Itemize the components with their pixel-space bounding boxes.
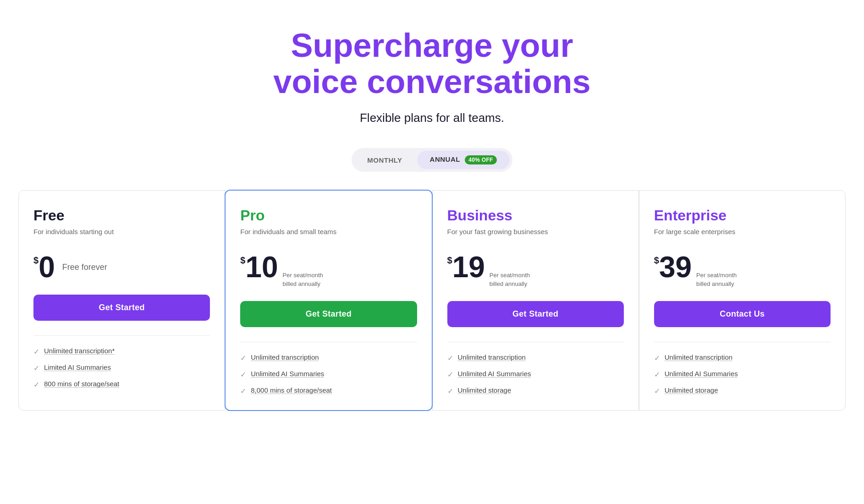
feature-list: ✓ Unlimited transcription ✓ Unlimited AI… (654, 353, 831, 395)
price-symbol: $ (33, 255, 39, 266)
check-icon: ✓ (33, 364, 39, 373)
check-icon: ✓ (654, 387, 660, 395)
toggle-annual[interactable]: ANNUAL 40% OFF (417, 151, 510, 169)
plan-name: Business (447, 207, 624, 224)
price-details: Per seat/month billed annually (696, 271, 747, 288)
features-divider (33, 335, 210, 336)
plan-card-free: Free For individuals starting out $ 0 Fr… (18, 190, 225, 410)
check-icon: ✓ (654, 354, 660, 362)
feature-item: ✓ Unlimited transcription (240, 353, 417, 362)
plan-card-enterprise: Enterprise For large scale enterprises $… (639, 190, 846, 410)
price-amount: 39 (659, 252, 692, 282)
feature-list: ✓ Unlimited transcription* ✓ Limited AI … (33, 347, 210, 389)
plan-name: Pro (240, 207, 417, 224)
hero-title: Supercharge your voice conversations (18, 27, 846, 100)
feature-text: 800 mins of storage/seat (44, 380, 119, 388)
feature-text: Unlimited transcription (665, 353, 732, 361)
feature-item: ✓ Unlimited AI Summaries (654, 370, 831, 379)
check-icon: ✓ (447, 370, 453, 379)
price-label: Free forever (62, 263, 107, 272)
cta-button-pro[interactable]: Get Started (240, 301, 417, 327)
toggle-monthly[interactable]: MONTHLY (354, 152, 415, 169)
feature-item: ✓ Unlimited AI Summaries (240, 370, 417, 379)
feature-text: Unlimited AI Summaries (251, 370, 324, 378)
price-symbol: $ (240, 255, 245, 266)
check-icon: ✓ (654, 370, 660, 379)
price-amount: 0 (39, 252, 55, 282)
check-icon: ✓ (33, 380, 39, 389)
price-amount: 10 (245, 252, 278, 282)
plan-card-pro: Pro For individuals and small teams $ 10… (225, 190, 432, 411)
check-icon: ✓ (33, 347, 39, 356)
hero-subtitle: Flexible plans for all teams. (18, 111, 846, 125)
price-row: $ 0 Free forever (33, 252, 210, 282)
check-icon: ✓ (240, 387, 246, 395)
price-row: $ 10 Per seat/month billed annually (240, 252, 417, 288)
feature-item: ✓ Unlimited transcription (447, 353, 624, 362)
feature-text: Limited AI Summaries (44, 363, 111, 371)
feature-text: Unlimited storage (458, 386, 512, 394)
plans-grid: Free For individuals starting out $ 0 Fr… (18, 190, 846, 410)
toggle-container: MONTHLY ANNUAL 40% OFF (352, 148, 512, 172)
feature-text: Unlimited storage (665, 386, 718, 394)
plan-name: Enterprise (654, 207, 831, 224)
price-row: $ 39 Per seat/month billed annually (654, 252, 831, 288)
hero-section: Supercharge your voice conversations Fle… (18, 27, 846, 125)
plan-description: For individuals starting out (33, 228, 210, 238)
check-icon: ✓ (240, 370, 246, 379)
cta-button-free[interactable]: Get Started (33, 295, 210, 321)
plan-card-business: Business For your fast growing businesse… (432, 190, 639, 410)
price-symbol: $ (654, 255, 659, 266)
feature-text: Unlimited AI Summaries (458, 370, 531, 378)
plan-name: Free (33, 207, 210, 224)
price-symbol: $ (447, 255, 452, 266)
feature-list: ✓ Unlimited transcription ✓ Unlimited AI… (447, 353, 624, 395)
price-row: $ 19 Per seat/month billed annually (447, 252, 624, 288)
feature-text: Unlimited transcription* (44, 347, 115, 355)
plan-description: For large scale enterprises (654, 228, 831, 238)
feature-text: Unlimited transcription (458, 353, 526, 361)
price-amount: 19 (452, 252, 485, 282)
feature-item: ✓ Unlimited transcription (654, 353, 831, 362)
features-divider (654, 342, 831, 342)
features-divider (240, 342, 417, 342)
feature-item: ✓ 8,000 mins of storage/seat (240, 386, 417, 395)
discount-badge: 40% OFF (465, 155, 496, 164)
feature-item: ✓ Unlimited AI Summaries (447, 370, 624, 379)
billing-toggle: MONTHLY ANNUAL 40% OFF (18, 148, 846, 172)
feature-text: Unlimited transcription (251, 353, 319, 361)
cta-button-business[interactable]: Get Started (447, 301, 624, 327)
check-icon: ✓ (447, 354, 453, 362)
feature-item: ✓ Limited AI Summaries (33, 363, 210, 373)
feature-item: ✓ Unlimited storage (447, 386, 624, 395)
cta-button-enterprise[interactable]: Contact Us (654, 301, 831, 327)
check-icon: ✓ (447, 387, 453, 395)
plan-description: For individuals and small teams (240, 228, 417, 238)
feature-text: 8,000 mins of storage/seat (251, 386, 332, 394)
feature-list: ✓ Unlimited transcription ✓ Unlimited AI… (240, 353, 417, 395)
feature-item: ✓ 800 mins of storage/seat (33, 380, 210, 389)
feature-item: ✓ Unlimited storage (654, 386, 831, 395)
price-details: Per seat/month billed annually (490, 271, 540, 288)
price-details: Per seat/month billed annually (283, 271, 333, 288)
feature-text: Unlimited AI Summaries (665, 370, 738, 378)
feature-item: ✓ Unlimited transcription* (33, 347, 210, 356)
plan-description: For your fast growing businesses (447, 228, 624, 238)
features-divider (447, 342, 624, 342)
check-icon: ✓ (240, 354, 246, 362)
